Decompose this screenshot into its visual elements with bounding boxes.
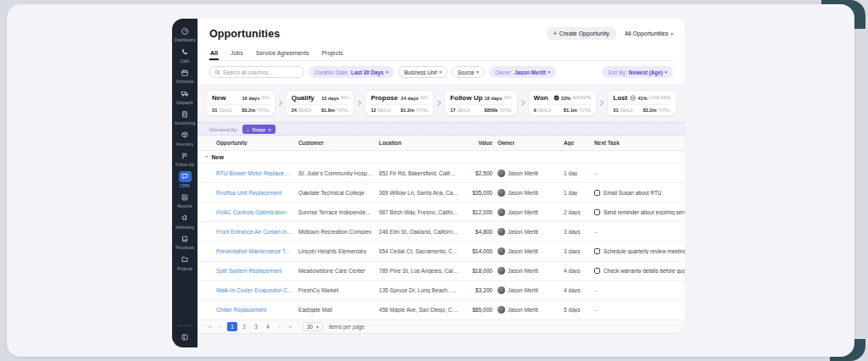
remove-group-icon[interactable]: × [268,126,271,132]
page-button-4[interactable]: 4 [263,322,273,331]
stage-card-propose[interactable]: Propose 24 daysAVG 12DEALS $1.2mTOTAL [364,90,434,116]
opportunity-link[interactable]: Rooftop Unit Replacement [216,190,298,196]
sidebar-item-pricebook[interactable]: Pricebook [172,233,198,250]
stage-total: $3.2m [242,108,255,113]
column-header-age[interactable]: Age [564,140,594,146]
next-task-cell: – [594,307,685,313]
stage-metric: 41% [637,96,647,101]
customer-cell: Eastgate Mall [298,307,379,313]
tab-all[interactable]: All [209,47,219,60]
opportunity-link[interactable]: Walk-In Cooler Evaporator Coil R... [216,287,298,293]
group-chip-stage[interactable]: ↓ Stage × [242,125,275,134]
opportunity-link[interactable]: Front Entrance Air Curtain Install [216,229,298,235]
sidebar-item-dispatch[interactable]: Dispatch [172,88,198,105]
create-opportunity-button[interactable]: + Create Opportunity [547,27,616,40]
stage-total: $1.1m [564,108,577,113]
sidebar-item-follow-up[interactable]: Follow Up [172,150,198,167]
search-input[interactable] [223,69,299,75]
table-row[interactable]: Rooftop Unit Replacement Oakdale Technic… [198,183,685,203]
page-button-1[interactable]: 1 [227,322,237,331]
table-row[interactable]: Walk-In Cooler Evaporator Coil R... Fres… [198,281,685,301]
page-button-3[interactable]: 3 [251,322,261,331]
location-cell: 987 Birch Way, Fresno, California 937... [379,209,464,215]
location-cell: 456 Maple Ave, San Diego, California... [379,307,464,313]
table-body: RTU Blower Motor Replacement St. Jude's … [198,164,685,319]
opportunity-link[interactable]: RTU Blower Motor Replacement [216,170,298,176]
customer-cell: Lincoln Heights Elementary [298,248,379,254]
task-checkbox[interactable] [594,268,600,274]
task-checkbox[interactable] [594,209,600,215]
age-cell: 4 days [564,268,594,274]
avatar [498,228,505,236]
stage-name: Won [534,94,548,102]
column-header-owner[interactable]: Owner [498,140,564,146]
column-header-opportunity[interactable]: Opportunity [216,140,298,146]
age-cell: 3 days [564,248,594,254]
task-checkbox[interactable] [594,248,600,254]
page-button-2[interactable]: 2 [239,322,249,331]
opportunity-link[interactable]: Preventative Maintenance Tune-... [216,248,298,254]
stage-metric-label: WIN RATE [572,96,591,100]
sidebar-item-inventory[interactable]: Inventory [172,130,198,147]
stage-card-lost[interactable]: Lost 41%LOSE RATE 31DEALS $3.2mTOTAL [607,90,676,116]
task-checkbox[interactable] [594,190,600,196]
view-selector-dropdown[interactable]: All Opportunities ▾ [625,31,673,36]
sidebar-collapse-button[interactable] [172,331,198,342]
stage-metric: 12 days [321,96,339,101]
value-cell: $2,500 [464,170,498,176]
opportunity-link[interactable]: HVAC Controls Optimization [216,209,298,215]
tab-service-agreements[interactable]: Service Agreements [255,47,310,60]
search-box[interactable] [209,66,304,78]
filter-creation-date[interactable]: Creation Date: Last 30 Days ▾ [309,66,394,78]
calendar-icon [179,67,192,78]
stage-card-new[interactable]: New 16 daysAVG 31DEALS $3.2mTOTAL [206,90,275,116]
collapse-group-icon[interactable]: − [205,154,209,159]
sidebar-item-accounting[interactable]: Accounting [172,108,198,125]
opportunity-link[interactable]: Split System Replacement [216,268,298,274]
stage-card-won[interactable]: Won 32%WIN RATE 9DEALS $1.1mTOTAL [528,90,598,116]
sidebar-item-label: Follow Up [175,162,194,167]
sidebar-item-reports[interactable]: Reports [172,192,198,208]
filter-business-unit[interactable]: Business Unit ▾ [398,66,448,78]
sort-by-dropdown[interactable]: Sort By: Newest (Age) ▾ [602,66,673,78]
next-page-button[interactable]: › [275,324,284,330]
calculator-icon [179,108,192,119]
owner-cell: Jason Meritt [498,247,564,255]
sidebar-item-projects[interactable]: Projects [172,254,198,271]
first-page-button[interactable]: « [205,324,214,330]
dashboard-icon [179,25,192,36]
column-header-value[interactable]: Value [464,140,498,146]
sidebar-item-schedule[interactable]: Schedule [172,67,198,84]
sidebar-item-label: Pricebook [175,245,194,250]
page-size-select[interactable]: 30 ▾ [303,322,323,331]
sidebar-item-calls[interactable]: Calls [172,47,198,64]
sidebar-item-marketing[interactable]: Marketing [172,213,198,230]
previous-page-button[interactable]: ‹ [216,324,225,330]
table-header: Opportunity Customer Location Value Owne… [198,136,685,151]
table-row[interactable]: Chiller Replacement Eastgate Mall 456 Ma… [198,301,685,319]
table-row[interactable]: Split System Replacement Meadowstone Car… [198,262,685,281]
column-header-customer[interactable]: Customer [298,140,379,146]
stage-card-follow-up[interactable]: Follow Up 18 daysAVG 17DEALS $850kTOTAL [444,90,517,116]
stage-total-label: TOTAL [659,108,670,113]
sidebar-item-crm[interactable]: CRM [172,171,198,188]
table-row[interactable]: Front Entrance Air Curtain Install Midto… [198,222,685,242]
pipeline-stage-row: New 16 daysAVG 31DEALS $3.2mTOTAL Qualif… [198,84,685,122]
tab-jobs[interactable]: Jobs [230,47,244,60]
filter-owner[interactable]: Owner: Jason Meritt ▾ [489,66,556,78]
group-row-new[interactable]: − New [198,151,685,164]
filter-source[interactable]: Source ▾ [452,66,485,78]
column-header-next-task[interactable]: Next Task [594,140,685,146]
table-row[interactable]: RTU Blower Motor Replacement St. Jude's … [198,164,685,183]
column-header-location[interactable]: Location [379,140,464,146]
opportunity-link[interactable]: Chiller Replacement [216,307,298,313]
last-page-button[interactable]: » [286,324,295,330]
task-label: Schedule quarterly review meeting [604,248,685,254]
sidebar-item-dashboard[interactable]: Dashboard [172,25,198,42]
owner-cell: Jason Meritt [498,228,564,236]
table-row[interactable]: Preventative Maintenance Tune-... Lincol… [198,242,685,262]
next-task-cell: – [594,170,685,176]
table-row[interactable]: HVAC Controls Optimization Sunrise Terra… [198,203,685,222]
stage-card-qualify[interactable]: Qualify 12 daysAVG 24DEALS $1.8mTOTAL [286,90,355,116]
tab-projects[interactable]: Projects [320,47,343,60]
